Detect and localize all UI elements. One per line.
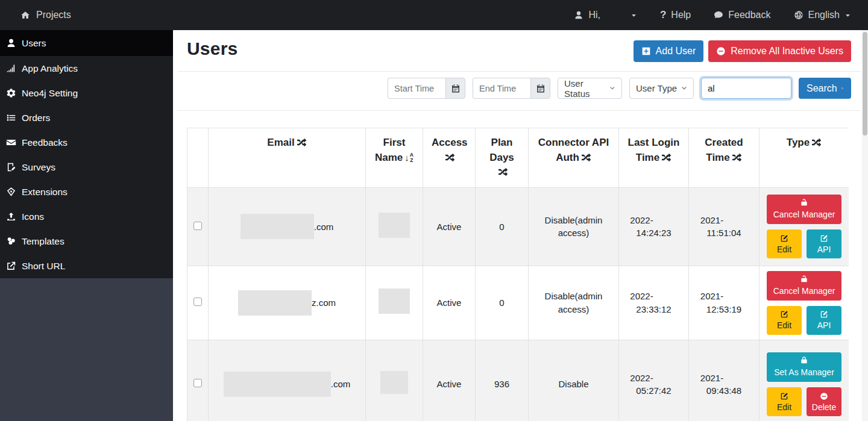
sidebar-item-templates[interactable]: Templates (0, 229, 173, 254)
search-button[interactable]: Search (799, 78, 851, 99)
row-checkbox[interactable] (193, 298, 202, 306)
connector-api-auth-cell: Disable(admin access) (529, 187, 619, 266)
header-plan-days[interactable]: Plan Days (476, 128, 529, 188)
nav-language-menu[interactable]: English (794, 10, 851, 20)
sidebar-menu: Users App Analytics Neo4j Setting Orders… (0, 30, 173, 278)
remove-all-inactive-users-button[interactable]: Remove All Inactive Users (708, 40, 851, 62)
created-cell: 2021-09:43:48 (689, 340, 760, 421)
edit-button[interactable]: Edit (767, 306, 802, 335)
calendar-icon (451, 84, 461, 93)
header-first-name[interactable]: First Name↓AZ (366, 128, 423, 188)
start-time-group (388, 78, 465, 99)
user-icon (574, 10, 583, 20)
comment-icon (714, 10, 723, 20)
header-access[interactable]: Access (423, 128, 476, 188)
sidebar-item-icons[interactable]: Icons (0, 204, 173, 229)
globe-icon (794, 10, 804, 20)
end-time-group (473, 78, 550, 99)
api-button[interactable]: API (807, 306, 841, 335)
chevron-down-icon (609, 86, 615, 92)
nav-help-link[interactable]: ? Help (660, 9, 691, 21)
list-icon (6, 113, 16, 123)
redacted-email (238, 290, 312, 316)
add-user-button[interactable]: Add User (634, 40, 704, 62)
users-table-container: Email First Name↓AZ Access Plan Days Con… (187, 128, 849, 421)
sidebar-item-label: Short URL (22, 261, 65, 272)
header-email[interactable]: Email (209, 128, 366, 188)
search-input[interactable] (701, 78, 791, 99)
screen: Projects Hi, ? Help Feedback English (0, 0, 868, 421)
sidebar-item-label: Feedbacks (22, 137, 68, 148)
gear-icon (6, 88, 16, 98)
sort-alpha-down-icon: ↓AZ (404, 151, 414, 164)
question-icon: ? (660, 9, 666, 21)
row-checkbox[interactable] (193, 379, 202, 387)
start-time-input[interactable] (388, 78, 445, 99)
templates-icon (6, 236, 16, 246)
shuffle-sort-icon (732, 153, 742, 162)
table-row: .com Active 936 Disable 2022-05:27:42 20… (187, 340, 849, 421)
shuffle-sort-icon (581, 153, 591, 162)
connector-api-auth-cell: Disable(admin access) (529, 266, 619, 340)
chevron-down-icon (681, 86, 687, 92)
edit-icon (780, 234, 788, 243)
row-checkbox[interactable] (193, 222, 202, 230)
sidebar-item-app-analytics[interactable]: App Analytics (0, 56, 173, 81)
plan-days-cell: 0 (476, 187, 529, 266)
redacted-email (224, 372, 331, 397)
delete-button[interactable]: Delete (807, 387, 841, 416)
header-last-login-time[interactable]: Last Login Time (619, 128, 689, 188)
end-time-calendar-button[interactable] (530, 78, 550, 99)
edit-icon (820, 234, 828, 243)
sidebar-item-label: App Analytics (22, 63, 78, 74)
sidebar-item-surveys[interactable]: Surveys (0, 155, 173, 179)
plan-days-cell: 936 (476, 340, 529, 421)
divider (178, 71, 861, 72)
minus-circle-icon (820, 392, 828, 401)
cancel-manager-button[interactable]: Cancel Manager (767, 271, 841, 301)
sidebar-item-label: Templates (22, 236, 64, 247)
end-time-input[interactable] (473, 78, 530, 99)
sidebar-item-users[interactable]: Users (0, 30, 173, 56)
edit-button[interactable]: Edit (767, 229, 802, 258)
sidebar-item-feedbacks[interactable]: Feedbacks (0, 130, 173, 155)
nav-projects-label: Projects (36, 10, 71, 20)
nav-user-menu[interactable]: Hi, (574, 10, 637, 20)
redacted-first-name (380, 371, 408, 394)
header-type[interactable]: Type (760, 128, 849, 188)
unlock-icon (800, 275, 808, 283)
last-login-cell: 2022-05:27:42 (619, 340, 689, 421)
email-suffix: .com (314, 220, 334, 234)
header-created-time[interactable]: Created Time (689, 128, 760, 188)
sidebar-item-neo4j-setting[interactable]: Neo4j Setting (0, 81, 173, 105)
caret-down-icon (631, 12, 637, 19)
api-button[interactable]: API (807, 229, 841, 258)
start-time-calendar-button[interactable] (445, 78, 465, 99)
calendar-icon (536, 84, 546, 93)
user-type-select[interactable]: User Type (629, 78, 694, 99)
sidebar: Users App Analytics Neo4j Setting Orders… (0, 30, 173, 421)
created-cell: 2021-12:53:19 (689, 266, 760, 340)
table-header-row: Email First Name↓AZ Access Plan Days Con… (187, 128, 849, 188)
set-as-manager-button[interactable]: Set As Manager (767, 352, 841, 382)
sidebar-item-orders[interactable]: Orders (0, 105, 173, 130)
header-select-column (187, 128, 209, 188)
main-content: Users Add User Remove All Inactive Users (173, 30, 868, 421)
shuffle-sort-icon (297, 138, 307, 147)
user-icon (6, 38, 16, 48)
redacted-first-name (379, 213, 410, 238)
connector-api-auth-cell: Disable (529, 340, 619, 421)
nav-projects-link[interactable]: Projects (0, 10, 71, 20)
edit-icon (780, 310, 788, 319)
cancel-manager-button[interactable]: Cancel Manager (767, 195, 841, 224)
external-link-icon (6, 261, 16, 271)
last-login-cell: 2022-14:24:23 (619, 187, 689, 266)
scrollbar-thumb[interactable] (863, 32, 867, 136)
nav-feedback-link[interactable]: Feedback (714, 10, 770, 20)
edit-button[interactable]: Edit (767, 387, 802, 416)
header-connector-api-auth[interactable]: Connector API Auth (529, 128, 619, 188)
search-icon (841, 84, 843, 93)
user-status-select[interactable]: User Status (558, 78, 622, 99)
sidebar-item-extensions[interactable]: Extensions (0, 179, 173, 204)
sidebar-item-short-url[interactable]: Short URL (0, 254, 173, 278)
